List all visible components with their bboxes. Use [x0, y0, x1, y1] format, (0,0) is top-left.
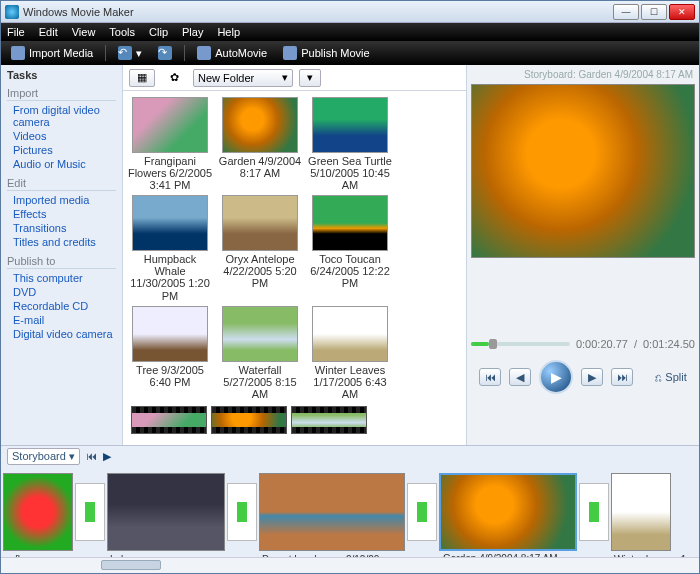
menu-play[interactable]: Play	[182, 26, 203, 38]
storyboard-dropdown[interactable]: Storyboard ▾	[7, 448, 80, 465]
task-publish-email[interactable]: E-mail	[7, 313, 116, 327]
title-bar: Windows Movie Maker — ☐ ✕	[1, 1, 699, 23]
menu-tools[interactable]: Tools	[109, 26, 135, 38]
tasks-title: Tasks	[7, 69, 116, 81]
clip-winter[interactable]: Winter Leaves 1	[611, 473, 671, 551]
sb-rewind-button[interactable]: ⏮	[86, 450, 97, 462]
task-import-pictures[interactable]: Pictures	[7, 143, 116, 157]
preview-image	[471, 84, 695, 258]
minimize-button[interactable]: —	[613, 4, 639, 20]
task-import-videos[interactable]: Videos	[7, 129, 116, 143]
transition-slot[interactable]	[407, 483, 437, 541]
collection-toolbar: ▦ ✿ New Folder▾ ▾	[123, 65, 466, 91]
close-button[interactable]: ✕	[669, 4, 695, 20]
film-clip[interactable]	[291, 406, 367, 434]
transition-slot[interactable]	[75, 483, 105, 541]
task-publish-dv[interactable]: Digital video camera	[7, 327, 116, 341]
view-options-button[interactable]: ▾	[299, 69, 321, 87]
app-icon	[5, 5, 19, 19]
task-publish-computer[interactable]: This computer	[7, 271, 116, 285]
preview-header: Storyboard: Garden 4/9/2004 8:17 AM	[471, 67, 695, 84]
storyboard-area: Storyboard ▾ ⏮ ▶ erfly Lake Desert Lands…	[1, 445, 699, 573]
thumb-frangipani[interactable]: Frangipani Flowers 6/2/2005 3:41 PM	[127, 97, 213, 191]
preview-pane: Storyboard: Garden 4/9/2004 8:17 AM 0:00…	[467, 65, 699, 445]
menu-bar: File Edit View Tools Clip Play Help	[1, 23, 699, 41]
clip-desert[interactable]: Desert Landscape 2/12/20...	[259, 473, 405, 551]
tasks-pane: Tasks Import From digital video camera V…	[1, 65, 123, 445]
view-thumbnails-button[interactable]: ▦	[129, 69, 155, 87]
forward-button[interactable]: ▶	[581, 368, 603, 386]
transition-slot[interactable]	[579, 483, 609, 541]
folder-dropdown[interactable]: New Folder▾	[193, 69, 293, 87]
collection-pane: ▦ ✿ New Folder▾ ▾ Frangipani Flowers 6/2…	[123, 65, 467, 445]
task-import-audio[interactable]: Audio or Music	[7, 157, 116, 171]
menu-help[interactable]: Help	[217, 26, 240, 38]
menu-file[interactable]: File	[7, 26, 25, 38]
back-button[interactable]: ◀	[509, 368, 531, 386]
publish-icon	[283, 46, 297, 60]
prev-frame-button[interactable]: ⏮	[479, 368, 501, 386]
app-title: Windows Movie Maker	[23, 6, 613, 18]
task-titles[interactable]: Titles and credits	[7, 235, 116, 249]
redo-button[interactable]: ↷	[154, 44, 176, 62]
thumb-tree[interactable]: Tree 9/3/2005 6:40 PM	[127, 306, 213, 400]
toolbar: Import Media ↶▾ ↷ AutoMovie Publish Movi…	[1, 41, 699, 65]
film-clip[interactable]	[211, 406, 287, 434]
thumb-oryx[interactable]: Oryx Antelope 4/22/2005 5:20 PM	[217, 195, 303, 301]
task-publish-cd[interactable]: Recordable CD	[7, 299, 116, 313]
menu-clip[interactable]: Clip	[149, 26, 168, 38]
thumb-waterfall[interactable]: Waterfall 5/27/2005 8:15 AM	[217, 306, 303, 400]
task-import-dv[interactable]: From digital video camera	[7, 103, 116, 129]
task-publish-dvd[interactable]: DVD	[7, 285, 116, 299]
sb-play-button[interactable]: ▶	[103, 450, 111, 463]
view-details-button[interactable]: ✿	[161, 69, 187, 87]
time-total: 0:01:24.50	[643, 338, 695, 350]
transition-slot[interactable]	[227, 483, 257, 541]
clip-butterfly[interactable]: erfly	[3, 473, 73, 551]
thumb-garden[interactable]: Garden 4/9/2004 8:17 AM	[217, 97, 303, 191]
undo-icon: ↶	[118, 46, 132, 60]
next-frame-button[interactable]: ⏭	[611, 368, 633, 386]
clip-garden[interactable]: Garden 4/9/2004 8:17 AM	[439, 473, 577, 551]
import-header: Import	[7, 87, 116, 101]
storyboard-track[interactable]: erfly Lake Desert Landscape 2/12/20... G…	[1, 466, 699, 557]
thumb-toucan[interactable]: Toco Toucan 6/24/2005 12:22 PM	[307, 195, 393, 301]
maximize-button[interactable]: ☐	[641, 4, 667, 20]
import-media-button[interactable]: Import Media	[7, 44, 97, 62]
thumb-turtle[interactable]: Green Sea Turtle 5/10/2005 10:45 AM	[307, 97, 393, 191]
time-current: 0:00:20.77	[576, 338, 628, 350]
import-icon	[11, 46, 25, 60]
clip-lake[interactable]: Lake	[107, 473, 225, 551]
task-effects[interactable]: Effects	[7, 207, 116, 221]
play-button[interactable]: ▶	[539, 360, 573, 394]
undo-button[interactable]: ↶▾	[114, 44, 146, 62]
menu-edit[interactable]: Edit	[39, 26, 58, 38]
thumb-whale[interactable]: Humpback Whale 11/30/2005 1:20 PM	[127, 195, 213, 301]
storyboard-scrollbar[interactable]	[1, 557, 699, 573]
thumb-winter[interactable]: Winter Leaves 1/17/2005 6:43 AM	[307, 306, 393, 400]
publish-movie-button[interactable]: Publish Movie	[279, 44, 373, 62]
automovie-button[interactable]: AutoMovie	[193, 44, 271, 62]
redo-icon: ↷	[158, 46, 172, 60]
task-transitions[interactable]: Transitions	[7, 221, 116, 235]
task-imported-media[interactable]: Imported media	[7, 193, 116, 207]
chevron-down-icon: ▾	[282, 71, 288, 84]
split-button[interactable]: ⎌Split	[655, 371, 686, 383]
film-clip[interactable]	[131, 406, 207, 434]
automovie-icon	[197, 46, 211, 60]
split-icon: ⎌	[655, 371, 662, 383]
publish-header: Publish to	[7, 255, 116, 269]
menu-view[interactable]: View	[72, 26, 96, 38]
seek-slider[interactable]	[471, 342, 570, 346]
edit-header: Edit	[7, 177, 116, 191]
